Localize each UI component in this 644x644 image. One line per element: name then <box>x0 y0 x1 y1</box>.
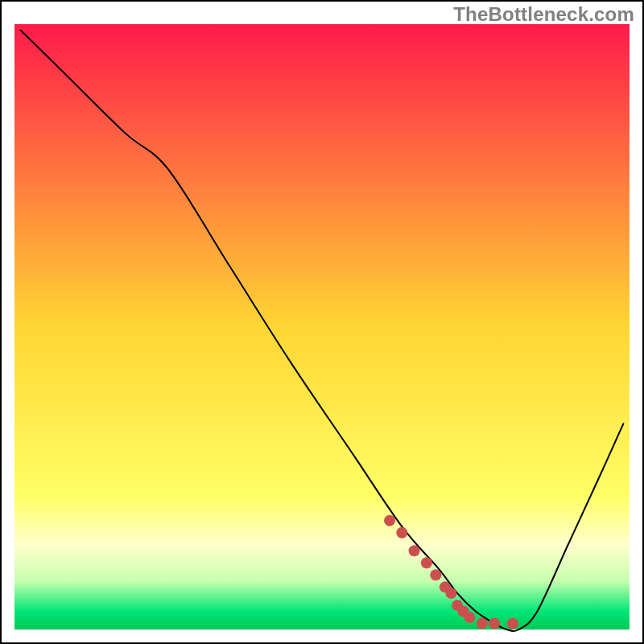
highlight-dot <box>430 569 441 580</box>
highlight-dot <box>445 588 456 599</box>
highlight-dot <box>489 617 500 629</box>
watermark-text: TheBottleneck.com <box>453 3 634 26</box>
highlight-dot <box>396 527 407 539</box>
highlight-dot <box>477 617 488 629</box>
highlight-dot <box>464 612 475 623</box>
chart-svg <box>0 0 644 644</box>
chart-container: TheBottleneck.com <box>0 0 644 644</box>
highlight-dot <box>421 557 432 568</box>
highlight-dot <box>409 545 420 556</box>
highlight-dot <box>507 617 518 629</box>
highlight-dot <box>384 515 395 526</box>
